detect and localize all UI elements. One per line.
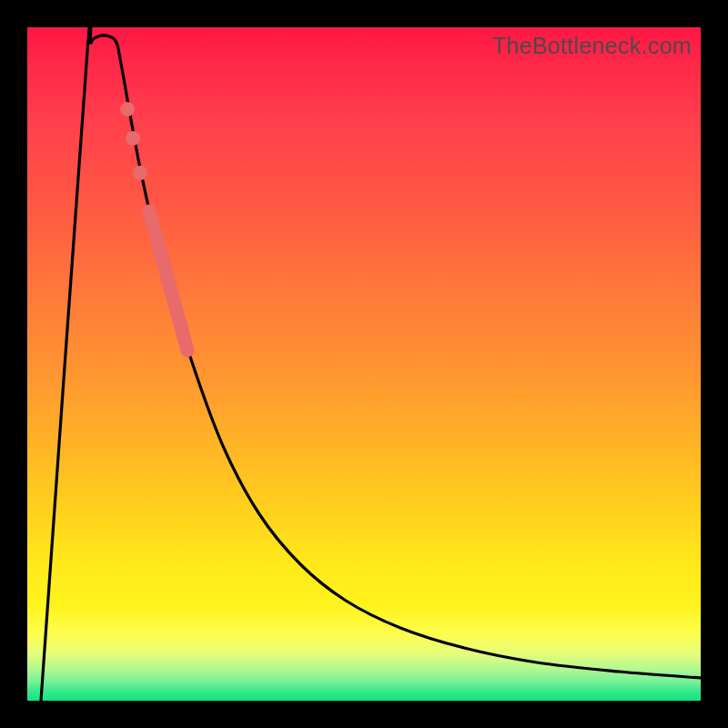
bottleneck-curve	[41, 10, 701, 701]
highlight-dots	[120, 102, 147, 180]
highlight-dot	[133, 166, 147, 180]
highlight-dot	[126, 131, 140, 146]
plot-area: TheBottleneck.com	[27, 27, 701, 701]
highlight-segment	[149, 211, 187, 350]
highlight-dot	[120, 102, 135, 116]
chart-frame: TheBottleneck.com	[0, 0, 728, 728]
chart-svg	[27, 27, 701, 701]
